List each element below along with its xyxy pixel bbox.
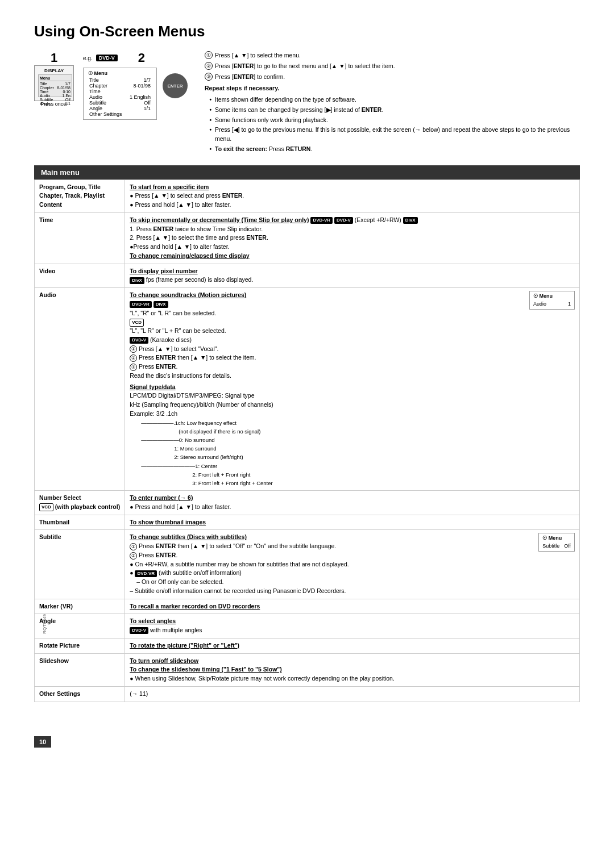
bullet-3: Some functions only work during playback…	[209, 116, 580, 125]
table-row: Angle To select angles DVD-V with multip…	[35, 614, 580, 639]
table-row: Audio To change soundtracks (Motion pict…	[35, 288, 580, 491]
row-content-subtitle: To change subtitles (Discs with subtitle…	[125, 530, 580, 599]
row-content-angle: To select angles DVD-V with multiple ang…	[125, 614, 580, 639]
step2-text: Press [ENTER] to go to the next menu and…	[215, 61, 395, 71]
bullet-2: Some items can be changed by pressing [▶…	[209, 106, 580, 115]
menu-mockup: ☉ Menu Title1/7 Chapter8-01/98 Time Audi…	[83, 68, 157, 120]
table-row: Rotate Picture To rotate the picture ("R…	[35, 638, 580, 653]
step-circle-1: ①	[205, 51, 213, 59]
row-content-audio: To change soundtracks (Motion pictures) …	[125, 288, 580, 491]
press-once-label: Press once.	[40, 101, 68, 107]
table-row: Slideshow To turn on/off slideshow To ch…	[35, 653, 580, 686]
row-label-time: Time	[35, 212, 125, 264]
row-label-audio: Audio	[35, 288, 125, 491]
display-mockup: DISPLAY Menu Title1/7 Chapter8-01/98 Tim…	[34, 65, 74, 101]
row-content-other-settings: (→ 11)	[125, 686, 580, 702]
row-content-video: To display pixel number DivX fps (frame …	[125, 264, 580, 288]
row-label-slideshow: Slideshow	[35, 653, 125, 686]
audio-menu-box: ☉ Menu Audio 1	[529, 291, 575, 310]
step2-number: 2	[138, 51, 145, 65]
table-row: Marker (VR) To recall a marker recorded …	[35, 599, 580, 614]
row-label-thumbnail: Thumbnail	[35, 515, 125, 530]
dvd-v-badge: DVD-V	[96, 55, 118, 61]
enter-button: ENTER	[163, 73, 188, 98]
doc-id: RQT8349	[42, 614, 47, 634]
row-label-other-settings: Other Settings	[35, 686, 125, 702]
table-row: Other Settings (→ 11)	[35, 686, 580, 702]
eg-label: e.g.	[83, 55, 93, 61]
table-row: Subtitle To change subtitles (Discs with…	[35, 530, 580, 599]
bullet-5: To exit the screen: Press RETURN.	[209, 145, 580, 154]
repeat-label: Repeat steps if necessary.	[205, 84, 580, 93]
row-label-number-select: Number Select VCD (with playback control…	[35, 491, 125, 515]
row-label-rotate-picture: Rotate Picture	[35, 638, 125, 653]
row-label-video: Video	[35, 264, 125, 288]
row-label-subtitle: Subtitle	[35, 530, 125, 599]
main-menu-header: Main menu	[34, 165, 580, 180]
page-title: Using On-Screen Menus	[34, 23, 580, 40]
step3-text: Press [ENTER] to confirm.	[215, 72, 285, 82]
row-label-angle: Angle	[35, 614, 125, 639]
intro-bullet-list: Items shown differ depending on the type…	[205, 95, 580, 154]
row-content-marker-vr: To recall a marker recorded on DVD recor…	[125, 599, 580, 614]
display-label: DISPLAY	[38, 68, 70, 73]
table-row: Program, Group, Title Chapter, Track, Pl…	[35, 180, 580, 212]
row-content-thumbnail: To show thumbnail images	[125, 515, 580, 530]
step1-text: Press [▲ ▼] to select the menu.	[215, 51, 301, 60]
table-row: Time To skip incrementally or decrementa…	[35, 212, 580, 264]
row-label-marker-vr: Marker (VR)	[35, 599, 125, 614]
step-circle-3: ③	[205, 73, 213, 81]
step-circle-2: ②	[205, 62, 213, 70]
table-row: Thumbnail To show thumbnail images	[35, 515, 580, 530]
page-footer: 10	[34, 736, 580, 748]
bullet-1: Items shown differ depending on the type…	[209, 95, 580, 105]
subtitle-menu-box: ☉ Menu Subtitle Off	[538, 533, 575, 552]
row-content-number-select: To enter number (→ 6) ● Press and hold […	[125, 491, 580, 515]
row-content-rotate-picture: To rotate the picture ("Right" or "Left"…	[125, 638, 580, 653]
row-content-time: To skip incrementally or decrementally (…	[125, 212, 580, 264]
audio-diagram: ——————.1ch: Low frequency effect (not di…	[130, 419, 524, 488]
row-label-program: Program, Group, Title Chapter, Track, Pl…	[35, 180, 125, 212]
table-row: Number Select VCD (with playback control…	[35, 491, 580, 515]
page-number: 10	[34, 736, 51, 748]
step1-number: 1	[51, 51, 57, 65]
row-content-program: To start from a specific item ● Press [▲…	[125, 180, 580, 212]
main-menu-table: Program, Group, Title Chapter, Track, Pl…	[34, 180, 580, 702]
row-content-slideshow: To turn on/off slideshow To change the s…	[125, 653, 580, 686]
intro-instructions: ① Press [▲ ▼] to select the menu. ② Pres…	[205, 51, 580, 155]
table-row: Video To display pixel number DivX fps (…	[35, 264, 580, 288]
bullet-4: Press [◀] to go to the previous menu. If…	[209, 126, 580, 144]
